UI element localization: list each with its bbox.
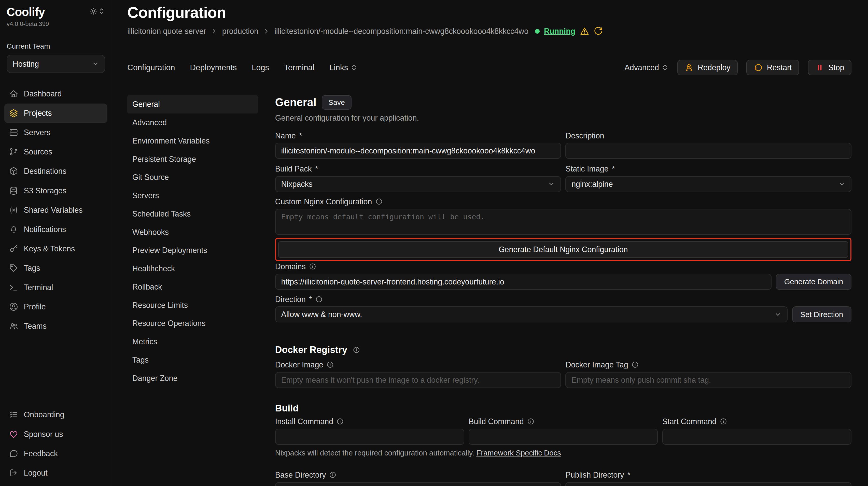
nginx-config-textarea[interactable] <box>275 209 851 235</box>
base-directory-input[interactable] <box>275 482 561 486</box>
domains-input[interactable] <box>275 274 772 290</box>
sidebar-item-sources[interactable]: Sources <box>4 142 107 162</box>
sidebar-item-keys-tokens[interactable]: Keys & Tokens <box>4 239 107 258</box>
set-direction-button[interactable]: Set Direction <box>792 306 851 322</box>
status-running[interactable]: Running <box>544 27 575 36</box>
sidebar-item-profile[interactable]: Profile <box>4 297 107 317</box>
info-icon <box>337 418 344 425</box>
sidebar-item-dashboard[interactable]: Dashboard <box>4 84 107 103</box>
start-command-field-group: Start Command <box>662 417 851 445</box>
docker-image-input[interactable] <box>275 372 561 388</box>
team-select[interactable]: Hosting <box>7 55 105 73</box>
breadcrumb-resource[interactable]: illicitestonion/-module--decomposition:m… <box>274 27 528 36</box>
sidebar-item-onboarding[interactable]: Onboarding <box>4 405 107 424</box>
sidebar-item-shared-variables[interactable]: Shared Variables <box>4 200 107 220</box>
section-heading-build: Build <box>275 403 299 414</box>
description-label: Description <box>565 131 604 140</box>
refresh-icon[interactable] <box>594 27 603 36</box>
required-marker: * <box>309 295 312 304</box>
docker-image-tag-input[interactable] <box>565 372 851 388</box>
info-icon <box>309 263 316 270</box>
install-command-input[interactable] <box>275 429 464 445</box>
sidebar-item-logout[interactable]: Logout <box>4 463 107 482</box>
subnav-metrics[interactable]: Metrics <box>127 332 258 351</box>
restart-button[interactable]: Restart <box>746 60 799 75</box>
subnav-persistent-storage[interactable]: Persistent Storage <box>127 150 258 168</box>
subnav-general[interactable]: General <box>127 95 258 114</box>
sidebar-item-teams[interactable]: Teams <box>4 317 107 336</box>
general-form: General Save General configuration for y… <box>275 95 851 486</box>
build-command-input[interactable] <box>469 429 658 445</box>
build-command-field-group: Build Command <box>469 417 658 445</box>
redeploy-button[interactable]: Redeploy <box>677 60 738 75</box>
theme-switcher[interactable] <box>90 8 105 15</box>
description-input[interactable] <box>565 143 851 159</box>
sidebar-item-tags[interactable]: Tags <box>4 258 107 278</box>
subnav-tags[interactable]: Tags <box>127 351 258 369</box>
box-icon <box>9 166 18 176</box>
info-icon <box>631 361 639 368</box>
subnav-preview-deployments[interactable]: Preview Deployments <box>127 241 258 260</box>
static-image-select[interactable]: nginx:alpine <box>565 176 851 192</box>
tab-logs[interactable]: Logs <box>252 63 269 72</box>
docker-image-label: Docker Image <box>275 360 323 369</box>
publish-directory-label: Publish Directory <box>565 471 624 479</box>
stop-button[interactable]: Stop <box>808 60 851 75</box>
required-marker: * <box>299 131 302 140</box>
warning-triangle-icon[interactable] <box>580 27 589 36</box>
subnav-scheduled-tasks[interactable]: Scheduled Tasks <box>127 205 258 223</box>
direction-value: Allow www & non-www. <box>281 310 362 319</box>
app-version: v4.0.0-beta.399 <box>7 20 105 28</box>
chevron-right-icon <box>263 28 270 35</box>
sidebar-item-projects[interactable]: Projects <box>4 103 107 123</box>
domains-field-group: Domains Generate Domain <box>275 262 851 290</box>
chevron-down-icon <box>838 181 845 188</box>
restart-label: Restart <box>767 63 792 72</box>
subnav-advanced[interactable]: Advanced <box>127 114 258 132</box>
subnav-resource-operations[interactable]: Resource Operations <box>127 314 258 332</box>
chevron-down-icon <box>92 60 99 67</box>
subnav-danger-zone[interactable]: Danger Zone <box>127 369 258 387</box>
start-command-input[interactable] <box>662 429 851 445</box>
advanced-menu[interactable]: Advanced <box>625 63 669 72</box>
tab-terminal[interactable]: Terminal <box>284 63 314 72</box>
direction-label: Direction <box>275 295 306 304</box>
subnav-servers[interactable]: Servers <box>127 187 258 205</box>
sidebar-item-s3-storages[interactable]: S3 Storages <box>4 181 107 200</box>
subnav-resource-limits[interactable]: Resource Limits <box>127 296 258 314</box>
section-heading-docker-registry: Docker Registry <box>275 345 347 355</box>
tab-configuration[interactable]: Configuration <box>127 63 175 72</box>
breadcrumb-environment[interactable]: production <box>222 27 258 36</box>
home-icon <box>9 89 18 98</box>
install-command-field-group: Install Command <box>275 417 464 445</box>
breadcrumb-project[interactable]: illicitonion quote server <box>127 27 206 36</box>
subnav-webhooks[interactable]: Webhooks <box>127 223 258 241</box>
subnav-rollback[interactable]: Rollback <box>127 278 258 296</box>
tab-links[interactable]: Links <box>330 63 358 72</box>
sidebar-item-destinations[interactable]: Destinations <box>4 162 107 181</box>
breadcrumb: illicitonion quote server production ill… <box>127 27 851 36</box>
name-input[interactable] <box>275 143 561 159</box>
build-pack-label: Build Pack <box>275 164 312 173</box>
save-button[interactable]: Save <box>322 95 351 110</box>
generate-nginx-config-button[interactable]: Generate Default Nginx Configuration <box>278 241 848 258</box>
publish-directory-input[interactable] <box>565 482 851 486</box>
generate-domain-button[interactable]: Generate Domain <box>776 274 851 290</box>
direction-select[interactable]: Allow www & non-www. <box>275 306 788 322</box>
tab-deployments[interactable]: Deployments <box>190 63 237 72</box>
sidebar-item-terminal[interactable]: Terminal <box>4 278 107 297</box>
sidebar-item-feedback[interactable]: Feedback <box>4 444 107 463</box>
framework-docs-link[interactable]: Framework Specific Docs <box>476 449 561 457</box>
sidebar-item-label: Dashboard <box>24 89 62 98</box>
server-icon <box>9 128 18 137</box>
subnav-healthcheck[interactable]: Healthcheck <box>127 260 258 278</box>
sidebar-item-notifications[interactable]: Notifications <box>4 220 107 239</box>
logout-icon <box>9 468 18 478</box>
build-pack-select[interactable]: Nixpacks <box>275 176 561 192</box>
info-icon <box>353 346 360 353</box>
toolbar-actions: Advanced Redeploy Restart Stop <box>625 60 851 75</box>
subnav-environment-variables[interactable]: Environment Variables <box>127 132 258 150</box>
sidebar-item-servers[interactable]: Servers <box>4 123 107 142</box>
subnav-git-source[interactable]: Git Source <box>127 168 258 187</box>
sidebar-item-sponsor[interactable]: Sponsor us <box>4 424 107 444</box>
